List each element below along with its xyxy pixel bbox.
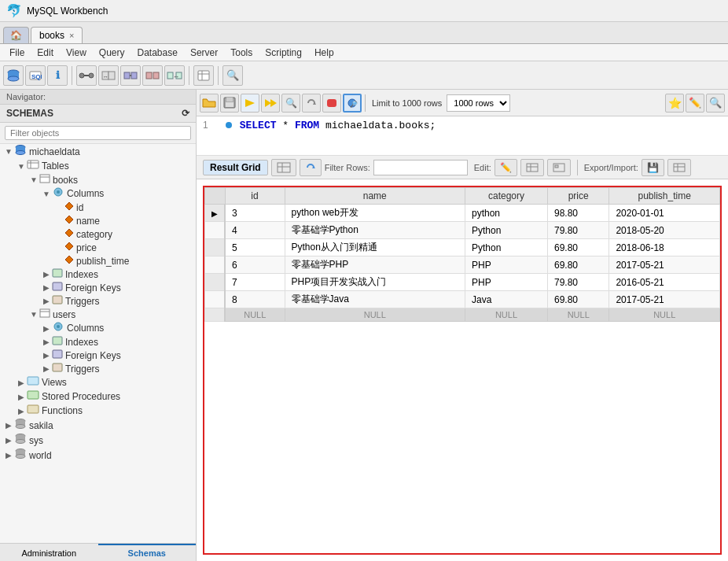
query-tab[interactable]: books × bbox=[31, 27, 83, 43]
refresh-icon[interactable]: ⟳ bbox=[182, 108, 189, 119]
tree-item-sakila[interactable]: ▶ sakila bbox=[0, 418, 196, 433]
tab-administration[interactable]: Administration bbox=[0, 544, 98, 561]
tree-item-sys[interactable]: ▶ sys bbox=[0, 433, 196, 448]
toggle-fk-books[interactable]: ▶ bbox=[41, 283, 52, 292]
manage-connections-btn[interactable] bbox=[76, 65, 97, 86]
search-btn[interactable]: 🔍 bbox=[222, 65, 243, 86]
table-row: 5Python从入门到精通Python69.802018-06-18 bbox=[205, 239, 720, 257]
filter-rows-input[interactable] bbox=[373, 160, 468, 175]
menu-help[interactable]: Help bbox=[308, 46, 340, 60]
forward-eng-btn[interactable] bbox=[142, 65, 163, 86]
info-btn[interactable]: ℹ bbox=[47, 65, 68, 86]
toggle-indexes-users[interactable]: ▶ bbox=[41, 338, 52, 346]
toggle-tables[interactable]: ▼ bbox=[16, 162, 27, 171]
tree-item-triggers-users[interactable]: ▶ Triggers bbox=[0, 362, 196, 375]
toggle-triggers-users[interactable]: ▶ bbox=[41, 364, 52, 373]
tree-item-books[interactable]: ▼ books bbox=[0, 173, 196, 186]
menu-edit[interactable]: Edit bbox=[31, 46, 60, 60]
sql-text[interactable]: SELECT * FROM michaeldata.books; bbox=[240, 120, 436, 131]
edit-pencil-btn[interactable]: ✏️ bbox=[495, 159, 517, 176]
toggle-sakila[interactable]: ▶ bbox=[3, 421, 14, 430]
export-btn[interactable]: 💾 bbox=[642, 159, 664, 176]
stop-btn[interactable] bbox=[322, 94, 341, 113]
tab-schemas[interactable]: Schemas bbox=[98, 544, 197, 561]
tree-item-col-category[interactable]: category bbox=[0, 227, 196, 241]
toggle-world[interactable]: ▶ bbox=[3, 451, 14, 460]
tree-item-fk-books[interactable]: ▶ Foreign Keys bbox=[0, 281, 196, 294]
result-toolbar: Result Grid Filter Rows: Edit: ✏️ bbox=[197, 156, 728, 179]
toggle-columns[interactable]: ▼ bbox=[41, 190, 52, 198]
toggle-michaeldata[interactable]: ▼ bbox=[3, 147, 14, 156]
db-icon-sakila bbox=[14, 419, 27, 432]
toggle-users[interactable]: ▼ bbox=[28, 310, 39, 319]
tree-label-sys: sys bbox=[29, 435, 43, 446]
save-btn[interactable] bbox=[220, 94, 239, 113]
edit-form-btn[interactable] bbox=[547, 159, 571, 176]
sync-btn[interactable]: ↔ bbox=[164, 65, 185, 86]
tree-item-indexes-users[interactable]: ▶ Indexes bbox=[0, 335, 196, 349]
import-result-btn[interactable] bbox=[667, 159, 691, 176]
tree-item-views[interactable]: ▶ Views bbox=[0, 375, 196, 389]
refresh-result-btn[interactable] bbox=[300, 159, 322, 176]
tree-item-col-name[interactable]: name bbox=[0, 214, 196, 227]
tab-close-button[interactable]: × bbox=[69, 31, 74, 40]
execute-current-btn[interactable] bbox=[261, 94, 280, 113]
limit-select[interactable]: 1000 rows 500 rows 200 rows 100 rows bbox=[447, 94, 510, 112]
tree-item-functions[interactable]: ▶ Functions bbox=[0, 404, 196, 418]
menu-tools[interactable]: Tools bbox=[224, 46, 259, 60]
tree-item-columns[interactable]: ▼ Columns bbox=[0, 186, 196, 201]
reverse-eng-btn[interactable] bbox=[120, 65, 141, 86]
menu-query[interactable]: Query bbox=[93, 46, 131, 60]
tree-item-michaeldata[interactable]: ▼ michaeldata bbox=[0, 144, 196, 159]
menu-scripting[interactable]: Scripting bbox=[259, 46, 308, 60]
toggle-triggers-books[interactable]: ▶ bbox=[41, 297, 52, 305]
import-btn[interactable]: ↔ bbox=[98, 65, 119, 86]
tree-item-world[interactable]: ▶ world bbox=[0, 448, 196, 463]
open-sql-btn[interactable]: SQL bbox=[25, 65, 46, 86]
svg-marker-62 bbox=[245, 99, 255, 107]
tree-item-indexes-books[interactable]: ▶ Indexes bbox=[0, 268, 196, 281]
tree-item-col-id[interactable]: id bbox=[0, 201, 196, 214]
menu-database[interactable]: Database bbox=[131, 46, 184, 60]
tree-item-stored-procedures[interactable]: ▶ Stored Procedures bbox=[0, 389, 196, 404]
menu-view[interactable]: View bbox=[60, 46, 93, 60]
explain-btn[interactable]: 🔎 bbox=[343, 94, 362, 113]
tree-label-views: Views bbox=[42, 377, 67, 388]
open-folder-btn[interactable] bbox=[200, 94, 219, 113]
execute-btn[interactable] bbox=[241, 94, 259, 113]
new-schema-btn[interactable] bbox=[3, 65, 24, 86]
toggle-columns-users[interactable]: ▶ bbox=[41, 324, 52, 333]
toggle-books[interactable]: ▼ bbox=[28, 175, 39, 184]
right-panel: 🔍 🔎 Limit to 1000 rows 1000 rows 500 row… bbox=[197, 90, 728, 561]
home-tab[interactable]: 🏠 bbox=[3, 27, 29, 43]
toggle-indexes-books[interactable]: ▶ bbox=[41, 270, 52, 279]
alter-table-btn[interactable] bbox=[193, 65, 214, 86]
reconnect-btn[interactable] bbox=[302, 94, 321, 113]
toggle-functions[interactable]: ▶ bbox=[16, 407, 27, 415]
data-grid[interactable]: id name category price publish_time ▶3py… bbox=[204, 187, 720, 322]
zoom-btn[interactable]: 🔍 bbox=[706, 94, 725, 113]
edit-grid-btn[interactable] bbox=[520, 159, 544, 176]
tree-item-users[interactable]: ▼ users bbox=[0, 308, 196, 321]
tree-item-fk-users[interactable]: ▶ Foreign Keys bbox=[0, 349, 196, 362]
tree-item-tables[interactable]: ▼ Tables bbox=[0, 159, 196, 173]
tree-item-columns-users[interactable]: ▶ Columns bbox=[0, 321, 196, 335]
menu-file[interactable]: File bbox=[3, 46, 31, 60]
query-editor[interactable]: 1 SELECT * FROM michaeldata.books; bbox=[197, 116, 728, 156]
toggle-fk-users[interactable]: ▶ bbox=[41, 351, 52, 360]
toggle-views[interactable]: ▶ bbox=[16, 378, 27, 387]
tree-item-col-price[interactable]: price bbox=[0, 241, 196, 254]
grid-icon-btn[interactable] bbox=[271, 159, 296, 176]
menu-server[interactable]: Server bbox=[184, 46, 224, 60]
tree-label-col-category: category bbox=[76, 229, 112, 240]
result-grid-tab[interactable]: Result Grid bbox=[203, 160, 268, 175]
search-query-btn[interactable]: 🔍 bbox=[281, 94, 300, 113]
tree-item-col-publish-time[interactable]: publish_time bbox=[0, 254, 196, 268]
tables-folder-icon bbox=[27, 160, 39, 172]
star-btn[interactable]: ⭐ bbox=[665, 94, 684, 113]
tree-item-triggers-books[interactable]: ▶ Triggers bbox=[0, 294, 196, 308]
filter-input[interactable] bbox=[5, 126, 191, 140]
toggle-stored-procs[interactable]: ▶ bbox=[16, 393, 27, 401]
toggle-sys[interactable]: ▶ bbox=[3, 436, 14, 445]
edit-btn[interactable]: ✏️ bbox=[686, 94, 704, 113]
